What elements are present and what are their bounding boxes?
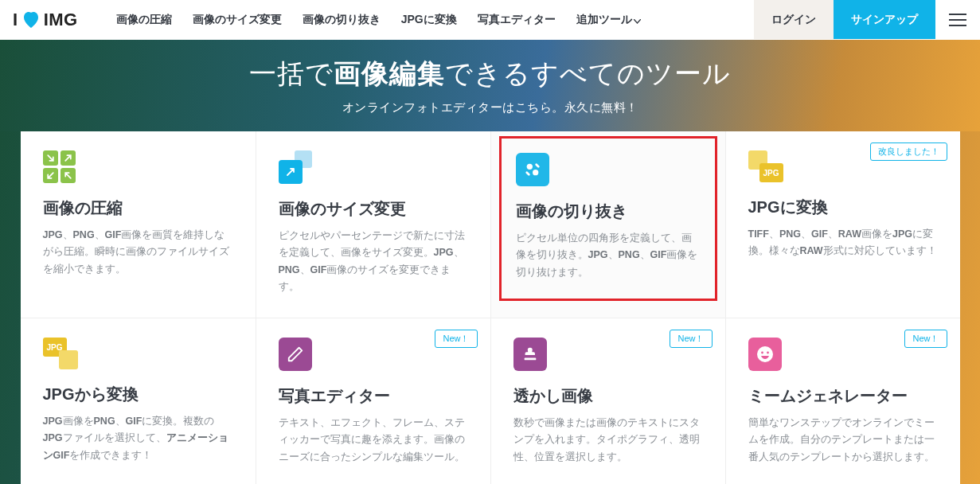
tool-desc: ピクセル単位の四角形を定義して、画像を切り抜き。JPG、PNG、GIF画像を切り…	[516, 230, 701, 281]
svg-rect-2	[525, 171, 529, 176]
svg-point-5	[757, 346, 773, 362]
tool-desc: 簡単なワンステップでオンラインでミームを作成。自分のテンプレートまたは一番人気の…	[748, 415, 938, 466]
svg-rect-4	[524, 358, 536, 361]
tool-editor[interactable]: New！ 写真エディター テキスト、エフェクト、フレーム、スティッカーで写真に趣…	[256, 318, 490, 484]
svg-rect-3	[534, 163, 539, 168]
smile-icon	[748, 338, 782, 371]
svg-point-0	[526, 164, 532, 170]
nav-compress[interactable]: 画像の圧縮	[116, 13, 172, 27]
new-badge: New！	[670, 330, 712, 348]
signup-button[interactable]: サインアップ	[834, 0, 935, 39]
logo-prefix: I	[13, 10, 18, 30]
tool-desc: 数秒で画像または画像のテキストにスタンプを入れます。タイポグラフィ、透明性、位置…	[513, 415, 703, 466]
new-badge: New！	[435, 330, 477, 348]
hamburger-icon	[949, 19, 966, 21]
stamp-icon	[513, 338, 547, 371]
nav-resize[interactable]: 画像のサイズ変更	[193, 13, 282, 27]
tool-meme[interactable]: New！ ミームジェネレーター 簡単なワンステップでオンラインでミームを作成。自…	[725, 318, 960, 484]
tool-compress[interactable]: 画像の圧縮 JPG、PNG、GIF画像を画質を維持しながら圧縮。瞬時に画像のファ…	[21, 131, 256, 318]
nav-editor[interactable]: 写真エディター	[478, 13, 556, 27]
tool-desc: JPG、PNG、GIF画像を画質を維持しながら圧縮。瞬時に画像のファイルサイズを…	[43, 227, 233, 278]
nav-tojpg[interactable]: JPGに変換	[401, 13, 457, 27]
tool-fromjpg[interactable]: JPG JPGから変換 JPG画像をPNG、GIFに変換。複数のJPGファイルを…	[21, 318, 256, 484]
tool-title: 画像の切り抜き	[516, 201, 701, 222]
hero-subtitle: オンラインフォトエディターはこちら。永久に無料！	[0, 100, 980, 115]
tools-grid: 画像の圧縮 JPG、PNG、GIF画像を画質を維持しながら圧縮。瞬時に画像のファ…	[21, 131, 960, 484]
svg-point-7	[767, 352, 769, 354]
auth-actions: ログイン サインアップ	[754, 0, 980, 39]
hero: 一括で画像編集できるすべてのツール オンラインフォトエディターはこちら。永久に無…	[0, 40, 980, 131]
nav-crop[interactable]: 画像の切り抜き	[303, 13, 381, 27]
menu-button[interactable]	[935, 0, 980, 39]
tool-desc: JPG画像をPNG、GIFに変換。複数のJPGファイルを選択して、アニメーション…	[43, 413, 233, 464]
tojpg-icon: JPG	[748, 150, 783, 182]
tool-title: JPGから変換	[43, 384, 233, 405]
login-button[interactable]: ログイン	[754, 0, 834, 39]
tool-desc: ピクセルやパーセンテージで新たに寸法を定義して、画像をサイズ変更。JPG、PNG…	[279, 228, 468, 295]
tool-title: ミームジェネレーター	[748, 385, 938, 407]
nav-more[interactable]: 追加ツール	[576, 13, 641, 27]
tool-desc: TIFF、PNG、GIF、RAW画像をJPGに変換。様々なRAW形式に対応してい…	[748, 226, 938, 260]
tool-desc: テキスト、エフェクト、フレーム、スティッカーで写真に趣を添えます。画像のニーズに…	[279, 415, 468, 466]
svg-point-6	[761, 352, 763, 354]
fromjpg-icon: JPG	[43, 338, 78, 369]
crop-icon	[516, 153, 549, 186]
tool-title: 写真エディター	[279, 385, 468, 407]
tool-crop[interactable]: 画像の切り抜き ピクセル単位の四角形を定義して、画像を切り抜き。JPG、PNG、…	[490, 131, 725, 318]
tools-area: 画像の圧縮 JPG、PNG、GIF画像を画質を維持しながら圧縮。瞬時に画像のファ…	[0, 131, 980, 484]
improved-badge: 改良しました！	[870, 142, 947, 161]
tool-title: 画像のサイズ変更	[279, 198, 468, 220]
heart-icon	[21, 11, 41, 29]
tool-title: 透かし画像	[513, 385, 703, 407]
chevron-down-icon	[634, 14, 641, 26]
hero-title: 一括で画像編集できるすべてのツール	[0, 56, 980, 92]
tool-resize[interactable]: 画像のサイズ変更 ピクセルやパーセンテージで新たに寸法を定義して、画像をサイズ変…	[256, 131, 490, 318]
tool-watermark[interactable]: New！ 透かし画像 数秒で画像または画像のテキストにスタンプを入れます。タイポ…	[490, 318, 725, 484]
header: I IMG 画像の圧縮 画像のサイズ変更 画像の切り抜き JPGに変換 写真エデ…	[0, 0, 980, 40]
compress-icon	[43, 150, 233, 183]
resize-icon	[279, 150, 312, 184]
tool-title: JPGに変換	[748, 197, 938, 218]
tool-title: 画像の圧縮	[43, 197, 233, 219]
pencil-icon	[279, 338, 312, 371]
logo-suffix: IMG	[44, 10, 78, 30]
svg-point-1	[533, 170, 538, 175]
new-badge: New！	[904, 330, 947, 348]
logo[interactable]: I IMG	[13, 10, 78, 30]
tool-tojpg[interactable]: 改良しました！ JPG JPGに変換 TIFF、PNG、GIF、RAW画像をJP…	[725, 131, 960, 318]
main-nav: 画像の圧縮 画像のサイズ変更 画像の切り抜き JPGに変換 写真エディター 追加…	[116, 13, 641, 27]
